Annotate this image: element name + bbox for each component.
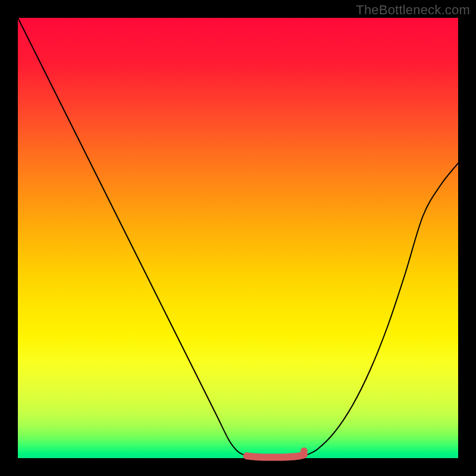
watermark-text: TheBottleneck.com bbox=[356, 2, 470, 18]
chart-frame: TheBottleneck.com bbox=[0, 0, 476, 476]
plot-background bbox=[18, 18, 458, 458]
